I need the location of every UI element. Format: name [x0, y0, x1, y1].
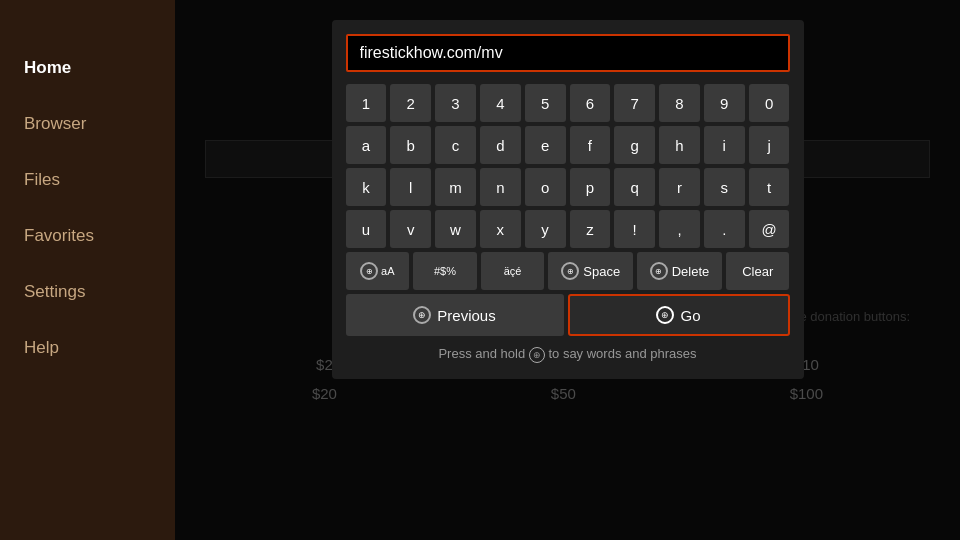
key-t[interactable]: t — [749, 168, 790, 206]
space-icon: ⊕ — [561, 262, 579, 280]
key-e[interactable]: e — [525, 126, 566, 164]
sidebar-item-home[interactable]: Home — [0, 40, 175, 96]
go-icon: ⊕ — [656, 306, 674, 324]
key-8[interactable]: 8 — [659, 84, 700, 122]
key-2[interactable]: 2 — [390, 84, 431, 122]
key-b[interactable]: b — [390, 126, 431, 164]
key-a[interactable]: a — [346, 126, 387, 164]
key-o[interactable]: o — [525, 168, 566, 206]
key-space[interactable]: ⊕ Space — [548, 252, 633, 290]
key-3[interactable]: 3 — [435, 84, 476, 122]
key-row-numbers: 1 2 3 4 5 6 7 8 9 0 — [346, 84, 790, 122]
url-input[interactable] — [346, 34, 790, 72]
key-l[interactable]: l — [390, 168, 431, 206]
key-y[interactable]: y — [525, 210, 566, 248]
key-clear[interactable]: Clear — [726, 252, 790, 290]
key-j[interactable]: j — [749, 126, 790, 164]
keyboard-dialog: 1 2 3 4 5 6 7 8 9 0 a b c d e — [332, 20, 804, 379]
main-content: Please use donation buttons: (You'll be … — [175, 0, 960, 540]
sidebar-item-help[interactable]: Help — [0, 320, 175, 376]
key-h[interactable]: h — [659, 126, 700, 164]
previous-icon: ⊕ — [413, 306, 431, 324]
key-c[interactable]: c — [435, 126, 476, 164]
capslock-icon: ⊕ — [360, 262, 378, 280]
key-row-aj: a b c d e f g h i j — [346, 126, 790, 164]
key-comma[interactable]: , — [659, 210, 700, 248]
key-w[interactable]: w — [435, 210, 476, 248]
key-s[interactable]: s — [704, 168, 745, 206]
press-hold-hint: Press and hold ⊕ to say words and phrase… — [346, 346, 790, 363]
previous-button[interactable]: ⊕ Previous — [346, 294, 564, 336]
key-x[interactable]: x — [480, 210, 521, 248]
go-button[interactable]: ⊕ Go — [568, 294, 790, 336]
delete-icon: ⊕ — [650, 262, 668, 280]
key-p[interactable]: p — [570, 168, 611, 206]
key-g[interactable]: g — [614, 126, 655, 164]
nav-row: ⊕ Previous ⊕ Go — [346, 294, 790, 336]
url-input-row — [346, 34, 790, 72]
key-i[interactable]: i — [704, 126, 745, 164]
key-m[interactable]: m — [435, 168, 476, 206]
sidebar-item-browser[interactable]: Browser — [0, 96, 175, 152]
key-6[interactable]: 6 — [570, 84, 611, 122]
key-capslock[interactable]: ⊕ aA — [346, 252, 410, 290]
key-q[interactable]: q — [614, 168, 655, 206]
sidebar-item-files[interactable]: Files — [0, 152, 175, 208]
key-at[interactable]: @ — [749, 210, 790, 248]
key-symbols[interactable]: #$% — [413, 252, 477, 290]
key-accents[interactable]: äçé — [481, 252, 545, 290]
key-exclaim[interactable]: ! — [614, 210, 655, 248]
key-9[interactable]: 9 — [704, 84, 745, 122]
keyboard-overlay: 1 2 3 4 5 6 7 8 9 0 a b c d e — [175, 0, 960, 540]
key-row-special: ⊕ aA #$% äçé ⊕ Space ⊕ Delete Clear — [346, 252, 790, 290]
key-row-kt: k l m n o p q r s t — [346, 168, 790, 206]
key-d[interactable]: d — [480, 126, 521, 164]
key-7[interactable]: 7 — [614, 84, 655, 122]
key-v[interactable]: v — [390, 210, 431, 248]
key-delete[interactable]: ⊕ Delete — [637, 252, 722, 290]
key-n[interactable]: n — [480, 168, 521, 206]
mic-icon: ⊕ — [529, 347, 545, 363]
sidebar-item-favorites[interactable]: Favorites — [0, 208, 175, 264]
sidebar: Home Browser Files Favorites Settings He… — [0, 0, 175, 540]
sidebar-item-settings[interactable]: Settings — [0, 264, 175, 320]
key-row-u-at: u v w x y z ! , . @ — [346, 210, 790, 248]
key-4[interactable]: 4 — [480, 84, 521, 122]
key-0[interactable]: 0 — [749, 84, 790, 122]
key-period[interactable]: . — [704, 210, 745, 248]
key-k[interactable]: k — [346, 168, 387, 206]
key-5[interactable]: 5 — [525, 84, 566, 122]
key-z[interactable]: z — [570, 210, 611, 248]
key-u[interactable]: u — [346, 210, 387, 248]
key-1[interactable]: 1 — [346, 84, 387, 122]
virtual-keyboard: 1 2 3 4 5 6 7 8 9 0 a b c d e — [346, 84, 790, 290]
key-f[interactable]: f — [570, 126, 611, 164]
key-r[interactable]: r — [659, 168, 700, 206]
